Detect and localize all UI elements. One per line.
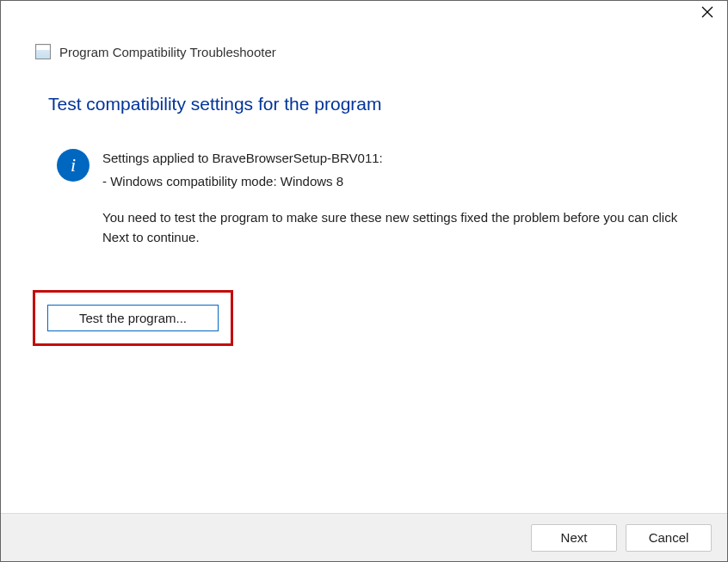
content: Test compatibility settings for the prog… — [1, 68, 727, 250]
header: Program Compatibility Troubleshooter — [1, 27, 727, 68]
info-text: Settings applied to BraveBrowserSetup-BR… — [102, 149, 684, 250]
header-title: Program Compatibility Troubleshooter — [59, 45, 276, 59]
info-icon: i — [57, 149, 89, 182]
close-icon — [701, 6, 713, 22]
info-section: i Settings applied to BraveBrowserSetup-… — [57, 149, 684, 250]
troubleshooter-icon — [35, 44, 51, 59]
compat-mode-line: - Windows compatibility mode: Windows 8 — [102, 172, 684, 192]
test-program-button[interactable]: Test the program... — [47, 305, 219, 331]
next-button[interactable]: Next — [531, 524, 617, 552]
close-button[interactable] — [694, 3, 720, 24]
titlebar — [1, 1, 727, 27]
cancel-button[interactable]: Cancel — [626, 524, 712, 552]
footer: Next Cancel — [1, 513, 727, 561]
instruction-text: You need to test the program to make sur… — [102, 208, 684, 247]
page-heading: Test compatibility settings for the prog… — [48, 94, 684, 114]
settings-applied-line: Settings applied to BraveBrowserSetup-BR… — [102, 149, 684, 169]
